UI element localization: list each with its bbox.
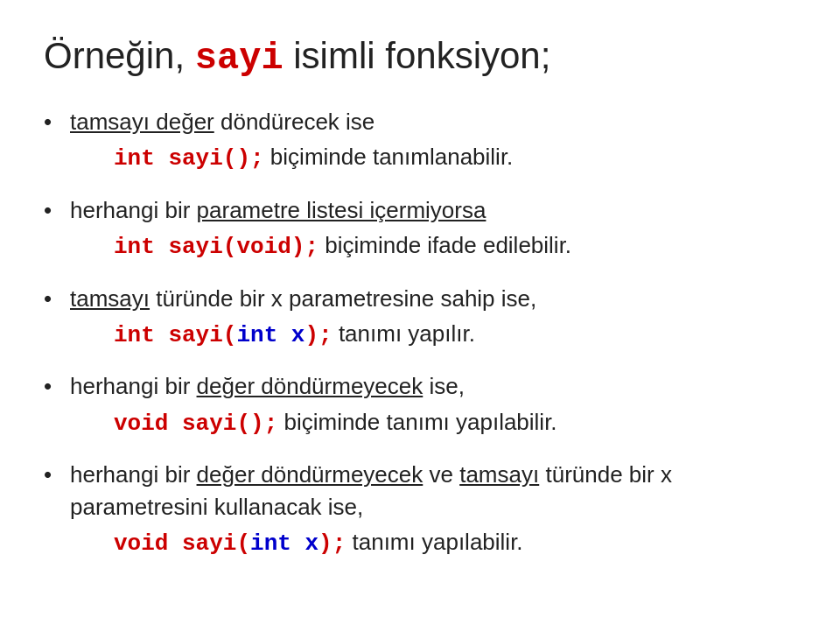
bullet5-middle: ve <box>423 461 459 488</box>
list-item-2: herhangi bir parametre listesi içermiyor… <box>44 194 796 263</box>
title-suffix: isimli fonksiyon; <box>284 35 551 76</box>
list-item-1: tamsayı değer döndürecek ise int sayi();… <box>44 106 796 175</box>
title-prefix: Örneğin, <box>44 35 195 76</box>
bullet5-underline1: değer döndürmeyecek <box>197 461 424 488</box>
bullet2-before: herhangi bir <box>70 197 197 223</box>
bullet3-code: int sayi(int x); tanımı yapılır. <box>114 318 796 351</box>
bullet2-code: int sayi(void); biçiminde ifade edilebil… <box>114 229 796 263</box>
bullet5-code: void sayi(int x); tanımı yapılabilir. <box>114 526 796 559</box>
bullet3-after: türünde bir x parametresine sahip ise, <box>150 285 536 312</box>
bullet3-underline: tamsayı <box>70 285 150 312</box>
bullet5-before: herhangi bir <box>70 461 197 488</box>
bullet2-underline: parametre listesi içermiyorsa <box>197 197 486 223</box>
list-item-5: herhangi bir değer döndürmeyecek ve tams… <box>44 459 796 559</box>
bullet5-underline2: tamsayı <box>459 461 539 488</box>
bullet1-underline: tamsayı değer <box>70 109 214 135</box>
main-list: tamsayı değer döndürecek ise int sayi();… <box>44 106 796 559</box>
bullet4-code: void sayi(); biçiminde tanımı yapılabili… <box>114 406 796 439</box>
page-title: Örneğin, sayi isimli fonksiyon; <box>44 35 796 80</box>
bullet4-before: herhangi bir <box>70 373 197 399</box>
bullet1-code: int sayi(); biçiminde tanımlanabilir. <box>114 141 796 174</box>
bullet4-after: ise, <box>423 373 465 399</box>
list-item-4: herhangi bir değer döndürmeyecek ise, vo… <box>44 370 796 439</box>
bullet1-after: döndürecek ise <box>214 109 375 135</box>
title-highlight: sayi <box>195 38 284 80</box>
bullet4-underline: değer döndürmeyecek <box>197 373 424 399</box>
list-item-3: tamsayı türünde bir x parametresine sahi… <box>44 283 796 352</box>
